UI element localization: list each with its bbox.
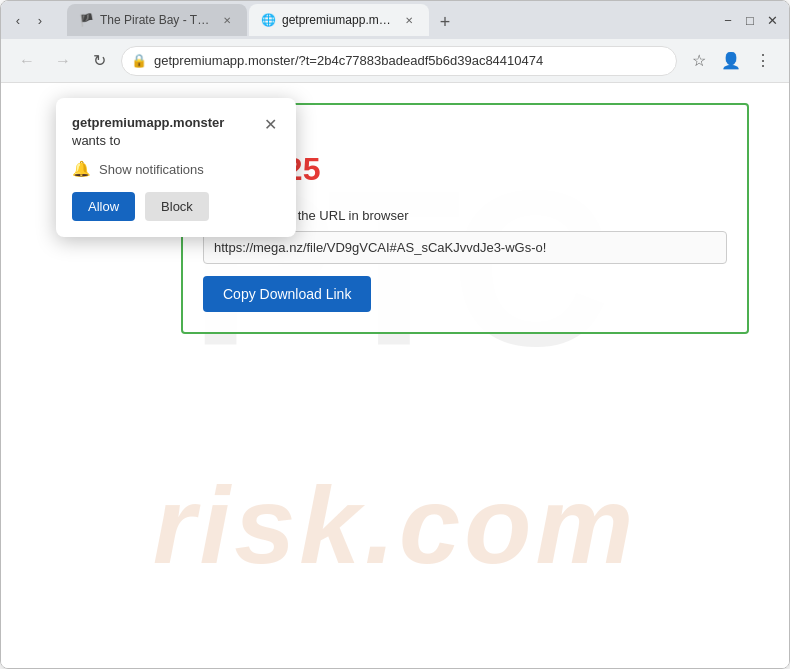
menu-button[interactable]: ⋮ — [749, 47, 777, 75]
tab-close-piratebay[interactable]: ✕ — [219, 12, 235, 28]
back-button[interactable]: ‹ — [9, 11, 27, 29]
notif-show-label: Show notifications — [99, 162, 204, 177]
notif-title: getpremiumapp.monster wants to — [72, 114, 260, 150]
notification-popup: getpremiumapp.monster wants to ✕ 🔔 Show … — [56, 98, 296, 237]
block-button[interactable]: Block — [145, 192, 209, 221]
notif-buttons: Allow Block — [72, 192, 280, 221]
close-window-button[interactable]: ✕ — [763, 11, 781, 29]
profile-button[interactable]: 👤 — [717, 47, 745, 75]
notif-site-name: getpremiumapp.monster — [72, 115, 224, 130]
toolbar-right: ☆ 👤 ⋮ — [685, 47, 777, 75]
copy-download-link-button[interactable]: Copy Download Link — [203, 276, 371, 312]
tab-favicon-piratebay: 🏴 — [79, 13, 94, 27]
window-buttons: − □ ✕ — [719, 11, 781, 29]
maximize-button[interactable]: □ — [741, 11, 759, 29]
title-bar: ‹ › 🏴 The Pirate Bay - The galaxy's m ✕ … — [1, 1, 789, 39]
bell-icon: 🔔 — [72, 160, 91, 178]
address-input[interactable] — [121, 46, 677, 76]
tabs-bar: 🏴 The Pirate Bay - The galaxy's m ✕ 🌐 ge… — [59, 4, 713, 36]
toolbar: ← → ↻ 🔒 ☆ 👤 ⋮ — [1, 39, 789, 83]
nav-back-button[interactable]: ← — [13, 47, 41, 75]
notif-header: getpremiumapp.monster wants to ✕ — [72, 114, 280, 150]
nav-forward-button[interactable]: → — [49, 47, 77, 75]
tab-title-piratebay: The Pirate Bay - The galaxy's m — [100, 13, 213, 27]
notif-wants-to: wants to — [72, 133, 120, 148]
tab-getpremiumapp[interactable]: 🌐 getpremiumapp.monster/?t=2... ✕ — [249, 4, 429, 36]
new-tab-button[interactable]: + — [431, 8, 459, 36]
browser-frame: ‹ › 🏴 The Pirate Bay - The galaxy's m ✕ … — [0, 0, 790, 669]
forward-button[interactable]: › — [31, 11, 49, 29]
tab-close-getpremiumapp[interactable]: ✕ — [401, 12, 417, 28]
address-bar-wrapper: 🔒 — [121, 46, 677, 76]
allow-button[interactable]: Allow — [72, 192, 135, 221]
notif-close-button[interactable]: ✕ — [260, 114, 280, 134]
tab-favicon-getpremiumapp: 🌐 — [261, 13, 276, 27]
minimize-button[interactable]: − — [719, 11, 737, 29]
watermark-risk: risk.com — [153, 461, 637, 588]
window-controls: ‹ › — [9, 11, 49, 29]
reload-button[interactable]: ↻ — [85, 47, 113, 75]
page-content: PTC risk.com ady... is: 2025 Copy and pa… — [1, 83, 789, 668]
tab-piratebay[interactable]: 🏴 The Pirate Bay - The galaxy's m ✕ — [67, 4, 247, 36]
bookmark-button[interactable]: ☆ — [685, 47, 713, 75]
notif-show-row: 🔔 Show notifications — [72, 160, 280, 178]
tab-title-getpremiumapp: getpremiumapp.monster/?t=2... — [282, 13, 395, 27]
